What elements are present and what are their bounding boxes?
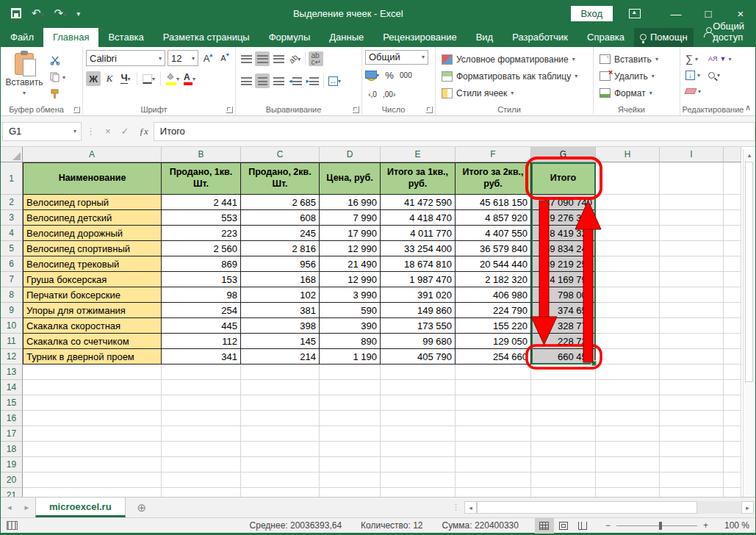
cell-A8[interactable]: Перчатки боксерские <box>23 287 162 303</box>
tab-главная[interactable]: Главная <box>43 28 98 47</box>
cell-F3[interactable]: 4 857 920 <box>456 210 531 226</box>
row-header-14[interactable]: 14 <box>1 380 23 395</box>
column-header-F[interactable]: F <box>456 147 531 162</box>
sort-filter-button[interactable]: АЯ▼▾ <box>706 51 733 66</box>
cell-G5[interactable]: 69 834 240 <box>531 241 596 256</box>
cell-E10[interactable]: 173 550 <box>381 318 456 334</box>
cell-I16[interactable] <box>660 411 724 426</box>
table-header-3[interactable]: Продано, 2кв. Шт. <box>241 162 320 195</box>
cell-A11[interactable]: Скакалка со счетчиком <box>23 334 162 349</box>
cell-B7[interactable]: 153 <box>162 272 241 287</box>
cell-A19[interactable] <box>23 457 162 473</box>
cell-D14[interactable] <box>320 380 381 395</box>
cell-styles-button[interactable]: Стили ячеек▾ <box>439 85 590 101</box>
cell-I5[interactable] <box>660 241 724 256</box>
cell-H21[interactable] <box>596 488 660 497</box>
conditional-formatting-button[interactable]: Условное форматирование▾ <box>439 51 590 67</box>
cell-E20[interactable] <box>381 473 456 488</box>
table-header-7[interactable]: Итого <box>531 162 596 195</box>
cell-F16[interactable] <box>456 411 531 426</box>
cell-G20[interactable] <box>531 473 596 488</box>
collapse-ribbon-icon[interactable]: ∧ <box>745 103 751 112</box>
sheet-nav-right-icon[interactable]: ▸ <box>18 498 36 517</box>
delete-cells-button[interactable]: Удалить▾ <box>597 68 677 84</box>
cell-G12[interactable]: 660 450 <box>531 349 596 365</box>
cell-D5[interactable]: 12 990 <box>320 241 381 256</box>
copy-button[interactable]: ▾ <box>48 70 68 85</box>
tab-рецензирование[interactable]: Рецензирование <box>373 28 466 47</box>
scroll-left-icon[interactable]: ◂ <box>464 501 477 514</box>
cell-I11[interactable] <box>660 334 724 349</box>
ribbon-display-options-icon[interactable] <box>629 9 641 18</box>
vertical-scrollbar[interactable]: ▴ <box>743 149 755 497</box>
number-dialog-launcher[interactable] <box>426 107 433 113</box>
cell-D6[interactable]: 21 490 <box>320 256 381 272</box>
row-header-6[interactable]: 6 <box>1 256 23 272</box>
decrease-decimal-button[interactable]: ,00› <box>381 87 397 101</box>
cell-B15[interactable] <box>162 395 241 411</box>
cell-G6[interactable]: 39 219 250 <box>531 256 596 272</box>
tab-разработчик[interactable]: Разработчик <box>503 28 577 47</box>
cell-H18[interactable] <box>596 442 660 457</box>
row-header-5[interactable]: 5 <box>1 241 23 256</box>
cell-G3[interactable]: 9 276 390 <box>531 210 596 226</box>
cell-D4[interactable]: 17 990 <box>320 226 381 241</box>
cell-I12[interactable] <box>660 349 724 365</box>
italic-button[interactable]: К <box>102 71 117 86</box>
cell-A10[interactable]: Скакалка скоростная <box>23 318 162 334</box>
tab-file[interactable]: Файл <box>1 28 43 47</box>
cell-I20[interactable] <box>660 473 724 488</box>
sheet-nav-left-icon[interactable]: ◂ <box>1 498 18 517</box>
cell-C12[interactable]: 214 <box>241 349 320 365</box>
align-top-button[interactable] <box>239 51 253 66</box>
cell-H20[interactable] <box>596 473 660 488</box>
cell-E12[interactable]: 405 790 <box>381 349 456 365</box>
cell-F5[interactable]: 36 579 840 <box>456 241 531 256</box>
cell-I1[interactable] <box>660 162 724 195</box>
macro-record-icon[interactable] <box>7 521 18 530</box>
cell-I14[interactable] <box>660 380 724 395</box>
cell-I8[interactable] <box>660 287 724 303</box>
column-header-D[interactable]: D <box>320 147 381 162</box>
formula-input[interactable]: Итого <box>154 122 755 141</box>
cell-B2[interactable]: 2 441 <box>162 195 241 210</box>
cell-I13[interactable] <box>660 365 724 380</box>
cell-F14[interactable] <box>456 380 531 395</box>
cell-C11[interactable]: 145 <box>241 334 320 349</box>
cell-E4[interactable]: 4 011 770 <box>381 226 456 241</box>
cell-G21[interactable] <box>531 488 596 497</box>
cell-F11[interactable]: 129 050 <box>456 334 531 349</box>
cell-G11[interactable]: 228 730 <box>531 334 596 349</box>
align-bottom-button[interactable] <box>271 51 286 66</box>
cell-G9[interactable]: 374 650 <box>531 303 596 318</box>
cell-I17[interactable] <box>660 426 724 442</box>
tab-вид[interactable]: Вид <box>467 28 503 47</box>
cell-D15[interactable] <box>320 395 381 411</box>
tab-вставка[interactable]: Вставка <box>98 28 153 47</box>
insert-function-icon[interactable]: ƒx <box>134 126 154 137</box>
cell-E13[interactable] <box>381 365 456 380</box>
cell-H10[interactable] <box>596 318 660 334</box>
cell-C8[interactable]: 102 <box>241 287 320 303</box>
cell-C19[interactable] <box>241 457 320 473</box>
cell-A7[interactable]: Груша боксерская <box>23 272 162 287</box>
cell-C6[interactable]: 956 <box>241 256 320 272</box>
column-header-I[interactable]: I <box>660 147 724 162</box>
vertical-scroll-thumb[interactable] <box>745 162 753 382</box>
format-painter-button[interactable] <box>48 87 68 101</box>
cell-F6[interactable]: 20 544 440 <box>456 256 531 272</box>
cell-B16[interactable] <box>162 411 241 426</box>
cell-A14[interactable] <box>23 380 162 395</box>
cell-B3[interactable]: 553 <box>162 210 241 226</box>
cell-G2[interactable]: 87 090 740 <box>531 195 596 210</box>
zoom-slider[interactable] <box>616 525 697 526</box>
cell-D8[interactable]: 3 990 <box>320 287 381 303</box>
shrink-font-button[interactable]: А▾ <box>217 51 232 65</box>
name-box[interactable]: G1▾ <box>2 122 82 141</box>
cell-F18[interactable] <box>456 442 531 457</box>
cell-I4[interactable] <box>660 226 724 241</box>
scroll-right-icon[interactable]: ▸ <box>741 501 754 514</box>
cell-D9[interactable]: 590 <box>320 303 381 318</box>
cell-D2[interactable]: 16 990 <box>320 195 381 210</box>
tab-данные[interactable]: Данные <box>320 28 373 47</box>
